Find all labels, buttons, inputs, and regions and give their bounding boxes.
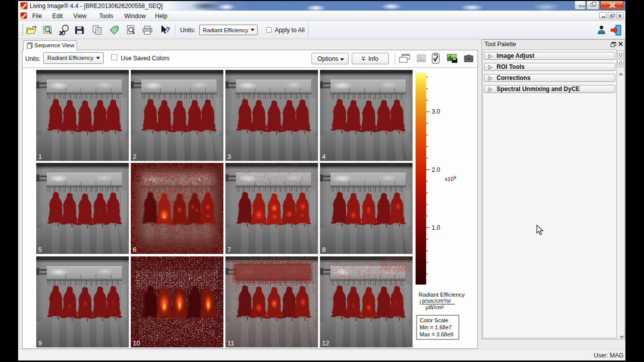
svg-text:?: ? [166, 25, 170, 34]
svg-text:9: 9 [38, 339, 42, 347]
svg-text:8: 8 [322, 246, 326, 253]
svg-text:1: 1 [38, 153, 42, 160]
svg-text:1.0: 1.0 [432, 224, 440, 231]
svg-text:x109: x109 [445, 175, 456, 182]
svg-text:10: 10 [133, 339, 140, 347]
svg-text:Radiant Efficiency: Radiant Efficiency [419, 292, 465, 298]
svg-text:2.0: 2.0 [432, 166, 440, 173]
svg-text:(: ( [420, 299, 422, 305]
svg-text:12: 12 [322, 339, 329, 347]
svg-text:11: 11 [227, 339, 234, 347]
svg-text:3: 3 [227, 153, 231, 160]
svg-text:Max = 3.68e9: Max = 3.68e9 [420, 331, 453, 337]
svg-text:4: 4 [322, 153, 326, 160]
svg-text:2: 2 [133, 153, 136, 160]
svg-text:Color Scale: Color Scale [420, 317, 448, 323]
svg-text:3D: 3D [59, 31, 65, 36]
svg-text:6: 6 [133, 246, 136, 253]
svg-text:7: 7 [227, 246, 231, 253]
svg-text:Min = 1.68e7: Min = 1.68e7 [420, 324, 452, 330]
svg-text:p/sec/cm²/sr: p/sec/cm²/sr [422, 298, 451, 304]
svg-text:5: 5 [38, 246, 42, 253]
svg-text:3.0: 3.0 [432, 108, 440, 115]
svg-text:µW/cm²: µW/cm² [426, 304, 444, 310]
